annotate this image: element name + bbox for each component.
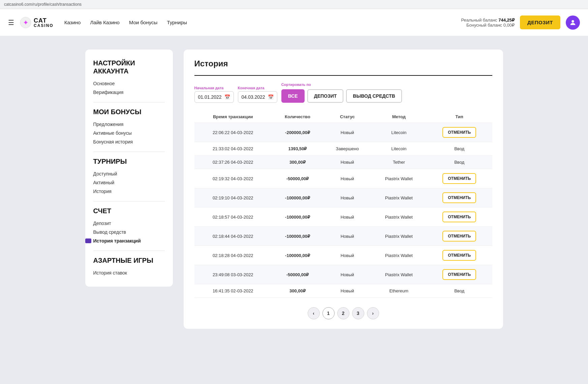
table-row: 02:19:32 04-03-2022-50000,00₽НовыйPiastr…	[194, 169, 492, 188]
sidebar-item-bonus-history[interactable]: Бонусная история	[93, 137, 165, 146]
cell-time: 16:41:35 02-03-2022	[194, 284, 272, 298]
cancel-button[interactable]: ОТМЕНИТЬ	[442, 250, 476, 261]
page-btn-1[interactable]: 1	[322, 307, 335, 319]
real-balance-value: 744,25₽	[498, 18, 515, 23]
sidebar: НАСТРОЙКИ АККАУНТА Основное Верификация …	[85, 50, 173, 287]
table-row: 02:18:28 04-03-2022-100000,00₽НовыйPiast…	[194, 246, 492, 265]
logo-text: CAT CASINO	[34, 18, 54, 28]
cell-status: Новый	[323, 207, 371, 227]
end-date-group: Конечная дата 04.03.2022 📅	[238, 86, 277, 103]
cancel-button[interactable]: ОТМЕНИТЬ	[442, 269, 476, 280]
balance-info: Реальный баланс 744,25₽ Бонусный баланс …	[461, 18, 515, 28]
cell-time: 02:18:28 04-03-2022	[194, 246, 272, 265]
cell-time: 02:18:57 04-03-2022	[194, 207, 272, 227]
nav-live-casino[interactable]: Лайв Казино	[90, 20, 120, 25]
page-btn-3[interactable]: 3	[352, 307, 364, 319]
sidebar-item-withdrawal[interactable]: Вывод средств	[93, 228, 165, 236]
cell-type[interactable]: ОТМЕНИТЬ	[427, 207, 492, 227]
cancel-button[interactable]: ОТМЕНИТЬ	[442, 231, 476, 242]
main-content: НАСТРОЙКИ АККАУНТА Основное Верификация …	[58, 36, 530, 342]
cancel-button[interactable]: ОТМЕНИТЬ	[442, 212, 476, 222]
page-btn-2[interactable]: 2	[337, 307, 349, 319]
nav-links: Казино Лайв Казино Мои бонусы Турниры	[64, 20, 461, 25]
browser-bar: catcasino6.com/ru/profile/cash/transacti…	[0, 0, 588, 9]
start-date-input[interactable]: 01.01.2022 📅	[194, 91, 234, 103]
calendar-icon-start: 📅	[224, 94, 230, 100]
cell-amount: -100000,00₽	[272, 188, 323, 207]
cell-amount: 1393,50₽	[272, 142, 323, 156]
cell-amount: 300,00₽	[272, 156, 323, 169]
sidebar-item-offers[interactable]: Предложения	[93, 120, 165, 129]
sidebar-item-bet-history[interactable]: История ставок	[93, 268, 165, 277]
col-method: Метод	[371, 111, 427, 123]
cell-amount: -100000,00₽	[272, 227, 323, 246]
sidebar-item-active-bonuses[interactable]: Активные бонусы	[93, 129, 165, 137]
bonus-balance-label: Бонусный баланс	[466, 23, 502, 28]
cell-type[interactable]: ОТМЕНИТЬ	[427, 188, 492, 207]
calendar-icon-end: 📅	[268, 94, 274, 100]
cell-time: 02:19:32 04-03-2022	[194, 169, 272, 188]
end-date-label: Конечная дата	[238, 86, 277, 90]
sidebar-title-gambling: АЗАРТНЫЕ ИГРЫ	[93, 256, 165, 264]
col-amount: Количество	[272, 111, 323, 123]
sidebar-item-basic[interactable]: Основное	[93, 79, 165, 88]
page-title: История	[194, 59, 492, 68]
cell-type[interactable]: ОТМЕНИТЬ	[427, 169, 492, 188]
cell-type[interactable]: ОТМЕНИТЬ	[427, 265, 492, 284]
nav-tournaments[interactable]: Турниры	[167, 20, 187, 25]
avatar-button[interactable]	[566, 15, 580, 30]
cell-status: Новый	[323, 246, 371, 265]
sidebar-item-transaction-history[interactable]: История транзакций	[93, 236, 165, 245]
cell-amount: -50000,00₽	[272, 169, 323, 188]
logo-casino-label: CASINO	[34, 24, 54, 28]
cell-method: Piastrix Wallet	[371, 265, 427, 284]
cancel-button[interactable]: ОТМЕНИТЬ	[442, 173, 476, 184]
cancel-button[interactable]: ОТМЕНИТЬ	[442, 127, 476, 138]
sidebar-item-deposit[interactable]: Депозит	[93, 219, 165, 228]
cell-status: Новый	[323, 265, 371, 284]
nav-my-bonuses[interactable]: Мои бонусы	[129, 20, 157, 25]
cell-time: 23:49:08 03-03-2022	[194, 265, 272, 284]
table-row: 23:49:08 03-03-2022-50000,00₽НовыйPiastr…	[194, 265, 492, 284]
cell-type[interactable]: ОТМЕНИТЬ	[427, 227, 492, 246]
filter-row: Начальная дата 01.01.2022 📅 Конечная дат…	[194, 83, 492, 103]
filter-deposit-btn[interactable]: ДЕПОЗИТ	[307, 89, 344, 103]
cell-type: Ввод	[427, 142, 492, 156]
pagination: ‹ 1 2 3 ›	[194, 307, 492, 319]
menu-icon[interactable]: ☰	[8, 19, 14, 27]
end-date-input[interactable]: 04.03.2022 📅	[238, 91, 277, 103]
start-date-label: Начальная дата	[194, 86, 234, 90]
col-type: Тип	[427, 111, 492, 123]
sidebar-title-tournaments: ТУРНИРЫ	[93, 157, 165, 165]
cell-time: 02:18:44 04-03-2022	[194, 227, 272, 246]
sidebar-item-active[interactable]: Активный	[93, 178, 165, 187]
sidebar-item-available[interactable]: Доступный	[93, 169, 165, 178]
header: ☰ ✦ CAT CASINO Казино Лайв Казино Мои бо…	[0, 9, 588, 36]
nav-casino[interactable]: Казино	[64, 20, 81, 25]
next-page-btn[interactable]: ›	[367, 307, 379, 319]
cell-amount: -100000,00₽	[272, 207, 323, 227]
cat-logo-icon: ✦	[20, 17, 32, 29]
filter-all-btn[interactable]: ВСЕ	[281, 89, 305, 103]
deposit-button[interactable]: ДЕПОЗИТ	[520, 15, 560, 29]
divider-2	[93, 152, 165, 152]
sidebar-title-bonuses: МОИ БОНУСЫ	[93, 108, 165, 116]
table-row: 02:18:57 04-03-2022-100000,00₽НовыйPiast…	[194, 207, 492, 227]
cell-type[interactable]: ОТМЕНИТЬ	[427, 246, 492, 265]
col-time: Время транзакции	[194, 111, 272, 123]
sidebar-item-history[interactable]: История	[93, 187, 165, 196]
sidebar-item-verification[interactable]: Верификация	[93, 88, 165, 97]
cell-status: Новый	[323, 156, 371, 169]
cell-method: Litecoin	[371, 142, 427, 156]
filter-withdrawal-btn[interactable]: ВЫВОД СРЕДСТВ	[346, 89, 402, 103]
cell-status: Новый	[323, 188, 371, 207]
cell-amount: -50000,00₽	[272, 265, 323, 284]
cell-type[interactable]: ОТМЕНИТЬ	[427, 123, 492, 142]
table-row: 16:41:35 02-03-2022300,00₽НовыйEthereumВ…	[194, 284, 492, 298]
cell-method: Ethereum	[371, 284, 427, 298]
col-status: Статус	[323, 111, 371, 123]
prev-page-btn[interactable]: ‹	[308, 307, 320, 319]
cell-status: Завершено	[323, 142, 371, 156]
cancel-button[interactable]: ОТМЕНИТЬ	[442, 192, 476, 203]
cell-type: Ввод	[427, 284, 492, 298]
